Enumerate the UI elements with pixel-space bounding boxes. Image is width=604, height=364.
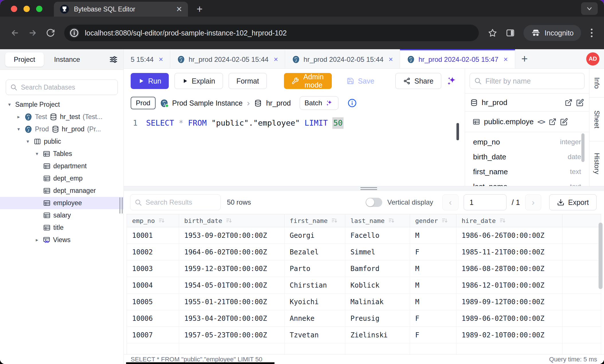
database-search[interactable] (6, 80, 118, 95)
sheet-tab[interactable]: hr_prod 2024-02-05 15:44× (285, 49, 400, 68)
sidebar-resize-handle[interactable] (119, 197, 123, 213)
table-cell[interactable]: Zielinski (345, 327, 410, 343)
table-cell[interactable]: M (410, 260, 456, 277)
table-cell[interactable]: M (410, 227, 456, 244)
table-cell[interactable]: 10004 (127, 277, 179, 293)
caret-down-icon[interactable]: ▾ (6, 102, 13, 108)
caret-down-icon[interactable]: ▾ (15, 126, 22, 132)
column-header-last_name[interactable]: last_name (345, 214, 410, 227)
table-cell[interactable]: 1989-02-10T00:00:00Z (456, 327, 562, 343)
column-header-gender[interactable]: gender (410, 214, 456, 227)
table-cell[interactable]: 10002 (127, 244, 179, 260)
schema-column-row[interactable]: last_nametext (473, 179, 581, 186)
table-cell[interactable]: 1985-11-21T00:00:00Z (456, 244, 562, 260)
tree-item-table-department[interactable]: department (0, 160, 123, 172)
sheet-tab[interactable]: 5 15:44× (124, 49, 170, 68)
caret-down-icon[interactable]: ▾ (25, 139, 31, 145)
table-cell[interactable]: Georgi (285, 227, 345, 244)
sheet-tab[interactable]: hr_prod 2024-02-05 15:47× (400, 49, 515, 68)
table-cell[interactable]: Bezalel (285, 244, 345, 260)
table-cell[interactable] (345, 343, 410, 354)
format-button[interactable]: Format (229, 73, 267, 89)
tree-item-table-dept_emp[interactable]: dept_emp (0, 172, 123, 185)
column-header-hire_date[interactable]: hire_date (456, 214, 562, 227)
info-circle-icon[interactable] (347, 98, 357, 108)
bookmark-star-icon[interactable] (485, 25, 500, 40)
tree-item-table-salary[interactable]: salary (0, 209, 123, 221)
reload-icon[interactable] (43, 25, 58, 40)
caret-right-icon[interactable]: ▸ (34, 237, 40, 243)
table-cell[interactable] (456, 343, 562, 354)
tree-item-db-prod[interactable]: ▾ Prod hr_prod (Pr... (0, 123, 123, 135)
explain-button[interactable]: Explain (174, 73, 223, 89)
filter-settings-icon[interactable] (109, 55, 118, 64)
table-cell[interactable]: F (410, 327, 456, 343)
side-panel-icon[interactable] (503, 25, 518, 40)
next-page-button[interactable]: › (525, 194, 541, 210)
minimize-window-button[interactable] (23, 6, 30, 12)
table-cell[interactable]: Koblick (345, 277, 410, 293)
table-cell[interactable]: Facello (345, 227, 410, 244)
table-cell[interactable] (127, 343, 179, 354)
table-cell[interactable]: 10006 (127, 310, 179, 327)
caret-down-icon[interactable]: ▾ (34, 151, 40, 157)
sort-icon[interactable] (499, 217, 506, 224)
ai-sparkle-icon[interactable] (445, 75, 458, 87)
table-cell[interactable]: Bamford (345, 260, 410, 277)
tab-search-chevron-button[interactable] (581, 2, 598, 15)
table-cell[interactable]: 1964-06-02T00:00:00Z (179, 244, 285, 260)
table-cell[interactable]: 1953-09-02T00:00:00Z (179, 227, 285, 244)
site-info-icon[interactable] (68, 27, 80, 39)
table-cell[interactable]: Tzvetan (285, 327, 345, 343)
table-cell[interactable]: M (410, 277, 456, 293)
table-cell[interactable]: 1954-05-01T00:00:00Z (179, 277, 285, 293)
column-list-scrollbar[interactable] (581, 133, 585, 162)
browser-tab[interactable]: Bytebase SQL Editor ✕ (54, 2, 188, 17)
table-cell[interactable]: 1957-05-23T00:00:00Z (179, 327, 285, 343)
results-scrollbar[interactable] (599, 223, 603, 289)
schema-database-row[interactable]: hr_prod (465, 93, 589, 112)
search-databases-input[interactable] (21, 84, 113, 91)
table-cell[interactable]: Maliniak (345, 294, 410, 310)
tab-info[interactable]: Info (589, 69, 604, 98)
new-browser-tab-button[interactable]: + (197, 4, 203, 14)
close-browser-tab-icon[interactable]: ✕ (176, 5, 182, 14)
edit-icon[interactable] (560, 118, 568, 126)
table-cell[interactable]: 10005 (127, 294, 179, 310)
tree-item-tables[interactable]: ▾ Tables (0, 148, 123, 160)
table-cell[interactable]: Simmel (345, 244, 410, 260)
column-header-first_name[interactable]: first_name (285, 214, 345, 227)
table-cell[interactable]: F (410, 310, 456, 327)
tree-item-table-employee[interactable]: employee (0, 197, 123, 209)
sort-icon[interactable] (441, 217, 448, 224)
run-button[interactable]: Run (131, 73, 169, 89)
pane-resize-handle[interactable] (360, 187, 377, 190)
table-cell[interactable]: 1986-08-28T00:00:00Z (456, 260, 562, 277)
table-cell[interactable]: 10001 (127, 227, 179, 244)
export-button[interactable]: Export (549, 194, 597, 210)
browser-menu-icon[interactable] (587, 29, 597, 37)
column-header-birth_date[interactable]: birth_date (179, 214, 285, 227)
editor-scrollbar[interactable] (456, 123, 459, 140)
avatar[interactable]: AD (586, 52, 599, 66)
maximize-window-button[interactable] (36, 6, 42, 12)
pane-divider[interactable] (124, 186, 604, 191)
table-cell[interactable]: Anneke (285, 310, 345, 327)
column-header-emp_no[interactable]: emp_no (127, 214, 179, 227)
table-cell[interactable]: Parto (285, 260, 345, 277)
table-cell[interactable]: 1989-09-12T00:00:00Z (456, 294, 562, 310)
table-cell[interactable] (410, 343, 456, 354)
sort-icon[interactable] (158, 217, 165, 224)
page-number-input[interactable] (464, 194, 507, 210)
edit-icon[interactable] (576, 99, 584, 106)
forward-icon[interactable] (25, 25, 40, 40)
close-tab-icon[interactable]: × (389, 55, 393, 64)
close-tab-icon[interactable]: × (159, 55, 163, 64)
filter-by-name[interactable] (470, 73, 585, 89)
results-search[interactable] (130, 194, 221, 210)
tab-project[interactable]: Project (5, 52, 44, 67)
schema-table-row[interactable]: public.employe <> (465, 112, 589, 132)
table-cell[interactable]: Kyoichi (285, 294, 345, 310)
code-icon[interactable]: <> (537, 118, 545, 126)
share-button[interactable]: Share (395, 73, 441, 89)
